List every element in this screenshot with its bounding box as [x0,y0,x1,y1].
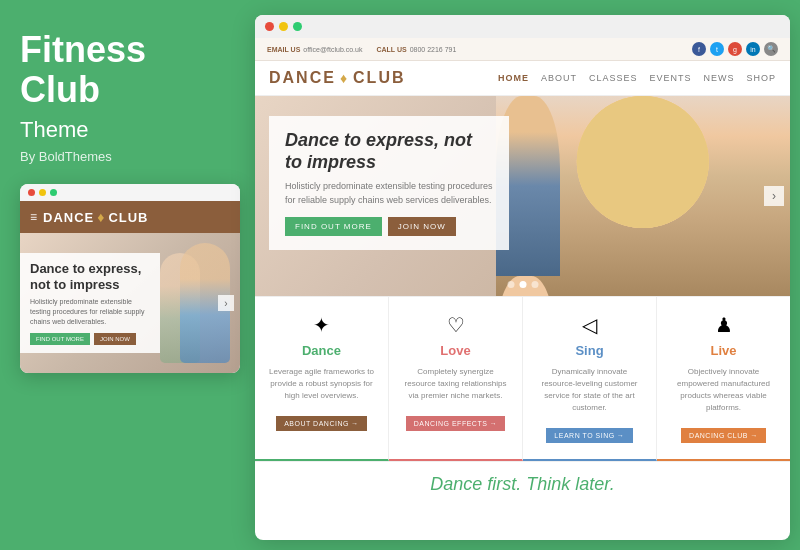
desktop-header: DANCE ♦ CLUB HOME ABOUT CLASSES EVENTS N… [255,61,790,96]
desktop-hero-text: Holisticly predominate extensible testin… [285,180,493,207]
sing-card-icon: ◁ [535,313,644,337]
main-subtitle: Theme [20,117,230,143]
desktop-top-bar: EMAIL US office@ftclub.co.uk CALL US 080… [255,38,790,61]
phone-label: CALL US [376,46,406,53]
love-card-title: Love [401,343,510,358]
live-card: ♟ Live Objectively innovate empowered ma… [657,297,790,461]
love-card-icon: ♡ [401,313,510,337]
hero-background [496,96,790,296]
mobile-logo-suffix: CLUB [108,210,148,225]
sing-card-button[interactable]: LEARN TO SING → [546,428,632,443]
love-card-text: Completely synergize resource taxing rel… [401,366,510,402]
mobile-mockup: ≡ DANCE ♦ CLUB Dance to express,not to i… [20,184,240,373]
desktop-join-now-button[interactable]: JOIN NOW [388,217,456,236]
dance-card: ✦ Dance Leverage agile frameworks to pro… [255,297,389,461]
love-card-button[interactable]: DANCING EFFECTS → [406,416,506,431]
sing-card-text: Dynamically innovate resource-leveling c… [535,366,644,414]
desktop-social-links: f t g in 🔍 [692,42,778,56]
twitter-icon[interactable]: t [710,42,724,56]
dance-card-text: Leverage agile frameworks to provide a r… [267,366,376,402]
desktop-close-dot [265,22,274,31]
desktop-logo-suffix: CLUB [353,69,405,87]
mobile-window-controls [20,184,240,201]
mobile-hero-content: Dance to express,not to impress Holistic… [20,253,160,353]
desktop-topbar-left: EMAIL US office@ftclub.co.uk CALL US 080… [267,46,456,53]
email-label: EMAIL US [267,46,300,53]
mobile-logo: DANCE ♦ CLUB [43,209,149,225]
desktop-hero-title: Dance to express, not to impress [285,130,493,173]
nav-news[interactable]: NEWS [703,73,734,83]
nav-events[interactable]: EVENTS [649,73,691,83]
desktop-maximize-dot [293,22,302,31]
desktop-next-slide-arrow[interactable]: › [764,186,784,206]
linkedin-icon[interactable]: in [746,42,760,56]
mobile-hero-text: Holisticly predominate extensible testin… [30,297,150,326]
facebook-icon[interactable]: f [692,42,706,56]
sing-card: ◁ Sing Dynamically innovate resource-lev… [523,297,657,461]
search-icon[interactable]: 🔍 [764,42,778,56]
desktop-navigation: HOME ABOUT CLASSES EVENTS NEWS SHOP [498,73,776,83]
sing-card-title: Sing [535,343,644,358]
hero-head-4 [577,96,709,228]
mobile-maximize-dot [50,189,57,196]
live-card-text: Objectively innovate empowered manufactu… [669,366,778,414]
nav-about[interactable]: ABOUT [541,73,577,83]
dance-card-title: Dance [267,343,376,358]
desktop-hero-content: Dance to express, not to impress Holisti… [269,116,509,250]
live-card-button[interactable]: DANCING CLUB → [681,428,766,443]
love-card: ♡ Love Completely synergize resource tax… [389,297,523,461]
mobile-join-now-button[interactable]: JOIN NOW [94,333,136,345]
main-title: FitnessClub [20,30,230,109]
phone-topbar-item: CALL US 0800 2216 791 [376,46,456,53]
mobile-hero-section: Dance to express,not to impress Holistic… [20,233,240,373]
mobile-dancer-icon: ♦ [97,209,105,225]
nav-classes[interactable]: CLASSES [589,73,638,83]
mobile-logo-text: DANCE [43,210,94,225]
phone-value: 0800 2216 791 [410,46,457,53]
mobile-menu-icon: ≡ [30,210,37,224]
desktop-logo: DANCE ♦ CLUB [269,69,405,87]
mobile-minimize-dot [39,189,46,196]
dance-card-button[interactable]: ABOUT DANCING → [276,416,367,431]
desktop-dancer-icon: ♦ [340,70,349,86]
feature-cards-section: ✦ Dance Leverage agile frameworks to pro… [255,296,790,461]
mobile-hero-buttons: FIND OUT MORE JOIN NOW [30,333,150,345]
slide-dot-3[interactable] [531,281,538,288]
desktop-logo-text: DANCE [269,69,336,87]
mobile-nav-bar: ≡ DANCE ♦ CLUB [20,201,240,233]
mobile-next-slide-arrow[interactable]: › [218,295,234,311]
hero-slide-indicators [507,281,538,288]
email-topbar-item: EMAIL US office@ftclub.co.uk [267,46,362,53]
live-card-title: Live [669,343,778,358]
desktop-minimize-dot [279,22,288,31]
bottom-tagline: Dance first. Think later. [255,461,790,507]
live-card-icon: ♟ [669,313,778,337]
author-label: By BoldThemes [20,149,230,164]
nav-home[interactable]: HOME [498,73,529,83]
email-value: office@ftclub.co.uk [303,46,362,53]
hero-photo [496,96,790,296]
mobile-find-out-more-button[interactable]: FIND OUT MORE [30,333,90,345]
left-panel: FitnessClub Theme By BoldThemes ≡ DANCE … [0,0,250,550]
desktop-hero-section: Dance to express, not to impress Holisti… [255,96,790,296]
desktop-window-controls [255,15,790,38]
slide-dot-1[interactable] [507,281,514,288]
desktop-mockup: EMAIL US office@ftclub.co.uk CALL US 080… [255,15,790,540]
desktop-find-out-more-button[interactable]: FIND OUT MORE [285,217,382,236]
slide-dot-2[interactable] [519,281,526,288]
google-plus-icon[interactable]: g [728,42,742,56]
desktop-hero-buttons: FIND OUT MORE JOIN NOW [285,217,493,236]
mobile-close-dot [28,189,35,196]
dance-card-icon: ✦ [267,313,376,337]
mobile-hero-title: Dance to express,not to impress [30,261,150,292]
nav-shop[interactable]: SHOP [746,73,776,83]
